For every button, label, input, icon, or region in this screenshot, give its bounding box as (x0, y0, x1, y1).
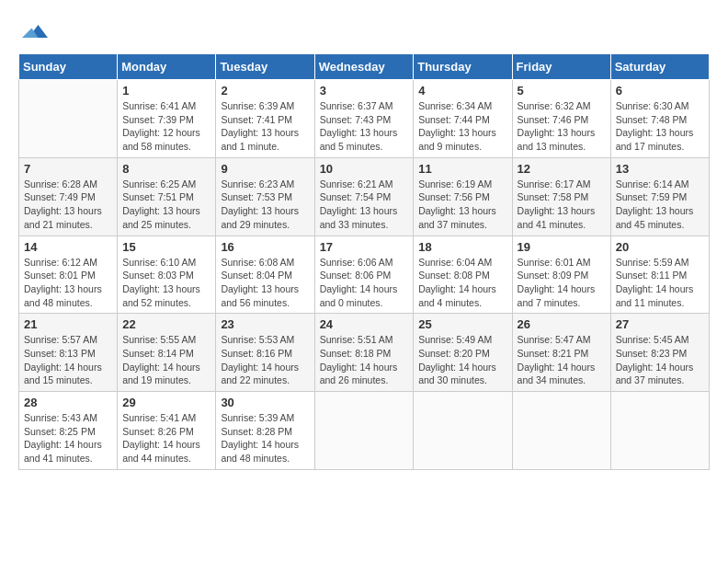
calendar-cell: 8Sunrise: 6:25 AMSunset: 7:51 PMDaylight… (118, 157, 216, 236)
calendar-week-2: 7Sunrise: 6:28 AMSunset: 7:49 PMDaylight… (19, 157, 710, 236)
day-number: 27 (616, 317, 704, 331)
day-info: Sunrise: 5:39 AMSunset: 8:28 PMDaylight:… (221, 411, 309, 465)
day-info: Sunrise: 5:55 AMSunset: 8:14 PMDaylight:… (122, 333, 210, 387)
calendar-cell (610, 392, 709, 470)
day-number: 24 (320, 317, 409, 331)
calendar-cell (314, 392, 414, 470)
day-number: 14 (24, 240, 112, 254)
day-number: 23 (221, 317, 309, 331)
day-info: Sunrise: 5:57 AMSunset: 8:13 PMDaylight:… (24, 333, 112, 387)
calendar-cell: 29Sunrise: 5:41 AMSunset: 8:26 PMDayligh… (118, 392, 216, 470)
day-number: 16 (221, 240, 309, 254)
day-number: 25 (418, 317, 506, 331)
calendar-cell: 12Sunrise: 6:17 AMSunset: 7:58 PMDayligh… (512, 157, 610, 236)
calendar-week-1: 1Sunrise: 6:41 AMSunset: 7:39 PMDaylight… (19, 80, 710, 158)
day-info: Sunrise: 6:32 AMSunset: 7:46 PMDaylight:… (518, 99, 606, 154)
day-info: Sunrise: 6:21 AMSunset: 7:54 PMDaylight:… (320, 178, 409, 232)
header-monday: Monday (118, 54, 216, 80)
day-number: 3 (320, 84, 409, 98)
day-number: 4 (418, 84, 506, 98)
calendar: SundayMondayTuesdayWednesdayThursdayFrid… (18, 53, 710, 470)
header-wednesday: Wednesday (314, 54, 414, 80)
day-info: Sunrise: 6:41 AMSunset: 7:39 PMDaylight:… (122, 99, 210, 154)
logo (18, 18, 48, 44)
calendar-cell: 30Sunrise: 5:39 AMSunset: 8:28 PMDayligh… (216, 392, 314, 470)
day-info: Sunrise: 6:06 AMSunset: 8:06 PMDaylight:… (320, 256, 409, 310)
day-info: Sunrise: 6:01 AMSunset: 8:09 PMDaylight:… (518, 256, 606, 310)
page-header (18, 18, 710, 44)
day-info: Sunrise: 5:43 AMSunset: 8:25 PMDaylight:… (24, 411, 112, 465)
calendar-cell: 3Sunrise: 6:37 AMSunset: 7:43 PMDaylight… (314, 80, 414, 158)
day-info: Sunrise: 6:39 AMSunset: 7:41 PMDaylight:… (221, 99, 309, 154)
calendar-week-3: 14Sunrise: 6:12 AMSunset: 8:01 PMDayligh… (19, 236, 710, 314)
day-number: 8 (122, 162, 210, 176)
day-number: 7 (24, 162, 112, 176)
day-info: Sunrise: 5:51 AMSunset: 8:18 PMDaylight:… (320, 333, 409, 387)
logo-icon (22, 18, 48, 44)
day-info: Sunrise: 5:45 AMSunset: 8:23 PMDaylight:… (616, 333, 704, 387)
day-info: Sunrise: 5:49 AMSunset: 8:20 PMDaylight:… (418, 333, 506, 387)
calendar-cell (512, 392, 610, 470)
day-number: 17 (320, 240, 409, 254)
calendar-cell: 16Sunrise: 6:08 AMSunset: 8:04 PMDayligh… (216, 236, 314, 314)
day-info: Sunrise: 6:14 AMSunset: 7:59 PMDaylight:… (616, 178, 704, 232)
header-thursday: Thursday (414, 54, 512, 80)
calendar-cell: 26Sunrise: 5:47 AMSunset: 8:21 PMDayligh… (512, 314, 610, 392)
calendar-cell (414, 392, 512, 470)
day-number: 18 (418, 240, 506, 254)
day-number: 19 (518, 240, 606, 254)
calendar-cell: 1Sunrise: 6:41 AMSunset: 7:39 PMDaylight… (118, 80, 216, 158)
calendar-cell: 15Sunrise: 6:10 AMSunset: 8:03 PMDayligh… (118, 236, 216, 314)
calendar-cell: 24Sunrise: 5:51 AMSunset: 8:18 PMDayligh… (314, 314, 414, 392)
calendar-cell: 17Sunrise: 6:06 AMSunset: 8:06 PMDayligh… (314, 236, 414, 314)
day-info: Sunrise: 5:59 AMSunset: 8:11 PMDaylight:… (616, 256, 704, 310)
calendar-cell: 7Sunrise: 6:28 AMSunset: 7:49 PMDaylight… (19, 157, 118, 236)
header-friday: Friday (512, 54, 610, 80)
day-number: 5 (518, 84, 606, 98)
calendar-week-4: 21Sunrise: 5:57 AMSunset: 8:13 PMDayligh… (19, 314, 710, 392)
day-info: Sunrise: 6:25 AMSunset: 7:51 PMDaylight:… (122, 178, 210, 232)
day-number: 1 (122, 84, 210, 98)
day-number: 2 (221, 84, 309, 98)
day-number: 20 (616, 240, 704, 254)
calendar-cell: 2Sunrise: 6:39 AMSunset: 7:41 PMDaylight… (216, 80, 314, 158)
calendar-cell: 13Sunrise: 6:14 AMSunset: 7:59 PMDayligh… (610, 157, 709, 236)
day-number: 10 (320, 162, 409, 176)
day-info: Sunrise: 6:23 AMSunset: 7:53 PMDaylight:… (221, 178, 309, 232)
calendar-cell: 27Sunrise: 5:45 AMSunset: 8:23 PMDayligh… (610, 314, 709, 392)
day-number: 21 (24, 317, 112, 331)
calendar-cell: 5Sunrise: 6:32 AMSunset: 7:46 PMDaylight… (512, 80, 610, 158)
day-info: Sunrise: 6:19 AMSunset: 7:56 PMDaylight:… (418, 178, 506, 232)
day-info: Sunrise: 5:41 AMSunset: 8:26 PMDaylight:… (122, 411, 210, 465)
day-number: 13 (616, 162, 704, 176)
day-number: 29 (122, 396, 210, 409)
day-info: Sunrise: 6:34 AMSunset: 7:44 PMDaylight:… (418, 99, 506, 154)
calendar-cell: 6Sunrise: 6:30 AMSunset: 7:48 PMDaylight… (610, 80, 709, 158)
day-info: Sunrise: 6:37 AMSunset: 7:43 PMDaylight:… (320, 99, 409, 154)
day-number: 22 (122, 317, 210, 331)
day-info: Sunrise: 5:53 AMSunset: 8:16 PMDaylight:… (221, 333, 309, 387)
header-tuesday: Tuesday (216, 54, 314, 80)
calendar-cell: 18Sunrise: 6:04 AMSunset: 8:08 PMDayligh… (414, 236, 512, 314)
calendar-cell: 14Sunrise: 6:12 AMSunset: 8:01 PMDayligh… (19, 236, 118, 314)
day-number: 30 (221, 396, 309, 409)
calendar-week-5: 28Sunrise: 5:43 AMSunset: 8:25 PMDayligh… (19, 392, 710, 470)
day-info: Sunrise: 6:08 AMSunset: 8:04 PMDaylight:… (221, 256, 309, 310)
calendar-cell: 9Sunrise: 6:23 AMSunset: 7:53 PMDaylight… (216, 157, 314, 236)
day-info: Sunrise: 6:12 AMSunset: 8:01 PMDaylight:… (24, 256, 112, 310)
day-info: Sunrise: 6:04 AMSunset: 8:08 PMDaylight:… (418, 256, 506, 310)
calendar-cell: 21Sunrise: 5:57 AMSunset: 8:13 PMDayligh… (19, 314, 118, 392)
day-info: Sunrise: 5:47 AMSunset: 8:21 PMDaylight:… (518, 333, 606, 387)
calendar-cell: 10Sunrise: 6:21 AMSunset: 7:54 PMDayligh… (314, 157, 414, 236)
day-info: Sunrise: 6:10 AMSunset: 8:03 PMDaylight:… (122, 256, 210, 310)
calendar-cell: 28Sunrise: 5:43 AMSunset: 8:25 PMDayligh… (19, 392, 118, 470)
calendar-cell: 4Sunrise: 6:34 AMSunset: 7:44 PMDaylight… (414, 80, 512, 158)
day-number: 15 (122, 240, 210, 254)
calendar-cell: 25Sunrise: 5:49 AMSunset: 8:20 PMDayligh… (414, 314, 512, 392)
day-number: 12 (518, 162, 606, 176)
day-info: Sunrise: 6:28 AMSunset: 7:49 PMDaylight:… (24, 178, 112, 232)
calendar-cell: 19Sunrise: 6:01 AMSunset: 8:09 PMDayligh… (512, 236, 610, 314)
day-info: Sunrise: 6:17 AMSunset: 7:58 PMDaylight:… (518, 178, 606, 232)
day-info: Sunrise: 6:30 AMSunset: 7:48 PMDaylight:… (616, 99, 704, 154)
header-sunday: Sunday (19, 54, 118, 80)
